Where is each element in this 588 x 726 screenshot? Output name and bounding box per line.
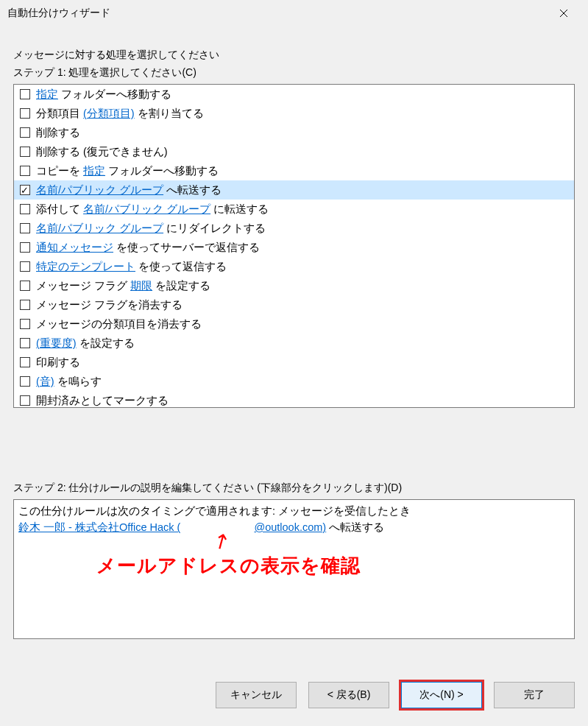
next-button[interactable]: 次へ(N) > — [401, 682, 482, 708]
step1-label: ステップ 1: 処理を選択してください(C) — [13, 66, 575, 80]
annotation-text: メールアドレスの表示を確認 — [96, 557, 361, 574]
action-row[interactable]: 分類項目 (分類項目) を割り当てる — [14, 104, 574, 123]
action-checkbox[interactable] — [20, 261, 30, 272]
action-row[interactable]: 削除する — [14, 123, 574, 142]
action-listbox[interactable]: 指定 フォルダーへ移動する分類項目 (分類項目) を割り当てる削除する削除する … — [13, 84, 575, 408]
action-label: メッセージ フラグを消去する — [36, 297, 183, 313]
step2-label: ステップ 2: 仕分けルールの説明を編集してください (下線部分をクリックします… — [13, 482, 575, 495]
action-row[interactable]: メッセージの分類項目を消去する — [14, 314, 574, 334]
action-row[interactable]: コピーを 指定 フォルダーへ移動する — [14, 161, 574, 180]
action-checkbox[interactable] — [20, 147, 30, 157]
action-checkbox[interactable] — [20, 376, 30, 387]
action-checkbox[interactable] — [20, 338, 30, 348]
action-row[interactable]: 印刷する — [14, 353, 574, 372]
rule-timing-text: この仕分けルールは次のタイミングで適用されます: メッセージを受信したとき — [18, 503, 570, 519]
action-link[interactable]: 特定のテンプレート — [36, 261, 135, 272]
action-row[interactable]: メッセージ フラグを消去する — [14, 295, 574, 314]
action-link[interactable]: (音) — [36, 376, 54, 387]
action-row[interactable]: 名前/パブリック グループ にリダイレクトする — [14, 219, 574, 238]
action-label: 指定 フォルダーへ移動する — [36, 86, 171, 102]
action-label: 通知メッセージ を使ってサーバーで返信する — [36, 239, 260, 255]
action-label: (音) を鳴らす — [36, 373, 102, 390]
action-row[interactable]: (音) を鳴らす — [14, 372, 574, 391]
action-label: 添付して 名前/パブリック グループ に転送する — [36, 201, 269, 217]
close-icon — [559, 9, 568, 18]
action-label: 分類項目 (分類項目) を割り当てる — [36, 105, 204, 121]
action-label: 印刷する — [36, 354, 80, 370]
action-label: 削除する — [36, 124, 80, 141]
action-checkbox[interactable] — [20, 223, 30, 233]
action-checkbox[interactable] — [20, 185, 30, 195]
redacted-email — [180, 523, 254, 533]
action-checkbox[interactable] — [20, 242, 30, 253]
window-title: 自動仕分けウィザード — [7, 7, 547, 20]
action-label: 特定のテンプレート を使って返信する — [36, 258, 227, 275]
action-row[interactable]: 削除する (復元できません) — [14, 142, 574, 161]
action-row[interactable]: メッセージ フラグ 期限 を設定する — [14, 276, 574, 295]
finish-button[interactable]: 完了 — [494, 682, 575, 708]
titlebar: 自動仕分けウィザード — [0, 0, 588, 27]
button-row: キャンセル < 戻る(B) 次へ(N) > 完了 — [0, 664, 588, 726]
action-link[interactable]: 指定 — [36, 88, 58, 100]
action-row[interactable]: 添付して 名前/パブリック グループ に転送する — [14, 200, 574, 219]
action-label: 名前/パブリック グループ へ転送する — [36, 182, 222, 198]
action-row[interactable]: 開封済みとしてマークする — [14, 391, 574, 408]
action-label: メッセージ フラグ 期限 を設定する — [36, 278, 210, 294]
instruction-text: メッセージに対する処理を選択してください — [13, 49, 575, 62]
action-checkbox[interactable] — [20, 166, 30, 176]
close-button[interactable] — [547, 1, 581, 25]
action-checkbox[interactable] — [20, 319, 30, 329]
action-row[interactable]: 名前/パブリック グループ へ転送する — [14, 180, 574, 200]
action-label: (重要度) を設定する — [36, 335, 135, 351]
action-checkbox[interactable] — [20, 108, 30, 119]
action-row[interactable]: (重要度) を設定する — [14, 334, 574, 353]
action-checkbox[interactable] — [20, 357, 30, 367]
action-checkbox[interactable] — [20, 281, 30, 291]
action-label: コピーを 指定 フォルダーへ移動する — [36, 163, 219, 179]
action-row[interactable]: 特定のテンプレート を使って返信する — [14, 257, 574, 276]
action-link[interactable]: 名前/パブリック グループ — [36, 184, 163, 196]
rule-description-box: この仕分けルールは次のタイミングで適用されます: メッセージを受信したとき 鈴木… — [13, 499, 575, 639]
action-row[interactable]: 通知メッセージ を使ってサーバーで返信する — [14, 238, 574, 257]
back-button[interactable]: < 戻る(B) — [308, 682, 389, 708]
action-checkbox[interactable] — [20, 127, 30, 138]
action-link[interactable]: (重要度) — [36, 337, 77, 349]
cancel-button[interactable]: キャンセル — [216, 682, 297, 708]
action-link[interactable]: (分類項目) — [83, 108, 135, 119]
action-label: メッセージの分類項目を消去する — [36, 316, 202, 332]
action-label: 開封済みとしてマークする — [36, 392, 169, 408]
action-link[interactable]: 名前/パブリック グループ — [36, 222, 163, 234]
action-link[interactable]: 期限 — [130, 280, 152, 292]
action-checkbox[interactable] — [20, 395, 30, 406]
action-checkbox[interactable] — [20, 300, 30, 310]
action-label: 削除する (復元できません) — [36, 144, 168, 160]
action-checkbox[interactable] — [20, 89, 30, 99]
action-checkbox[interactable] — [20, 204, 30, 214]
action-row[interactable]: 指定 フォルダーへ移動する — [14, 85, 574, 104]
action-label: 名前/パブリック グループ にリダイレクトする — [36, 220, 266, 236]
recipient-link[interactable]: 鈴木 一郎 - 株式会社Office Hack (@outlook.com) — [18, 521, 326, 533]
action-link[interactable]: 名前/パブリック グループ — [83, 203, 210, 215]
rule-forward-line: 鈴木 一郎 - 株式会社Office Hack (@outlook.com) へ… — [18, 519, 570, 535]
action-link[interactable]: 指定 — [83, 165, 105, 177]
action-link[interactable]: 通知メッセージ — [36, 242, 113, 253]
